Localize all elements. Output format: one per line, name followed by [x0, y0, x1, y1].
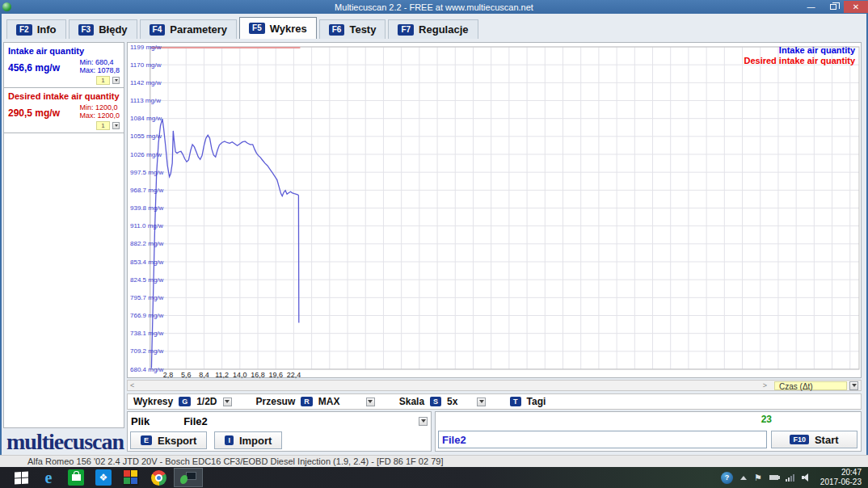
przesuw-dropdown-icon[interactable] — [366, 398, 375, 406]
import-button[interactable]: I Import — [214, 431, 282, 449]
x-tick-label: 22,4 — [287, 371, 301, 379]
y-tick-label: 709.2 mg/w — [130, 348, 163, 355]
multiecuscan-app-icon — [180, 471, 196, 484]
tab-label: Parametery — [170, 23, 227, 36]
y-tick-label: 882.2 mg/w — [130, 241, 163, 247]
tab-label: Regulacje — [419, 23, 468, 36]
start-key-badge: F10 — [790, 435, 809, 444]
chart-scrollbar[interactable]: < > Czas (Δt) — [127, 380, 862, 391]
y-tick-label: 1170 mg/w — [130, 62, 162, 69]
eksport-button[interactable]: E Eksport — [130, 431, 207, 449]
y-tick-label: 766.9 mg/w — [130, 313, 163, 319]
tab-info[interactable]: F2Info — [6, 19, 66, 39]
y-tick-label: 1026 mg/w — [130, 152, 162, 158]
action-center-flag-icon[interactable]: ⚑ — [754, 473, 762, 483]
parameter-minmax: Min: 680,4Max: 1078,8 — [79, 58, 120, 74]
parameter-panel: Intake air quantity456,6 mg/wMin: 680,4M… — [3, 42, 124, 428]
taskbar-clock[interactable]: 20:47 2017-06-23 — [820, 468, 862, 487]
wykresy-label: Wykresy — [133, 396, 173, 407]
channel-select[interactable]: 1 — [96, 121, 110, 130]
tray-expand-chevron-icon[interactable] — [740, 476, 747, 480]
photos-app-icon[interactable] — [117, 467, 145, 488]
chart-area[interactable]: 1199 mg/w1170 mg/w1142 mg/w1113 mg/w1084… — [127, 42, 862, 378]
plik-dropdown-icon[interactable] — [419, 417, 428, 426]
tab-key-badge: F5 — [249, 23, 265, 34]
chrome-icon[interactable] — [145, 467, 172, 488]
tab-regulacje[interactable]: F7Regulacje — [388, 19, 478, 39]
x-axis-dropdown-icon[interactable] — [849, 381, 858, 390]
channel-dropdown-icon[interactable] — [112, 77, 120, 84]
y-tick-label: 1142 mg/w — [130, 80, 162, 86]
parameter-name: Intake air quantity — [8, 46, 120, 56]
legend-item: Desired intake air quantity — [744, 56, 855, 66]
parameter-name: Desired intake air quantity — [8, 91, 120, 101]
taskbar: e ❖ ? ⚑ 20:47 2017-06-23 — [0, 467, 868, 488]
tab-key-badge: F3 — [78, 24, 95, 36]
start-menu-button[interactable] — [7, 467, 35, 488]
tab-błędy[interactable]: F3Błędy — [69, 19, 137, 39]
channel-dropdown-icon[interactable] — [112, 122, 120, 129]
x-tick-label: 8,4 — [199, 371, 209, 379]
dropbox-icon[interactable]: ❖ — [90, 467, 117, 488]
tab-wykres[interactable]: F5Wykres — [239, 17, 317, 39]
wykresy-value[interactable]: 1/2D — [196, 396, 217, 407]
x-tick-label: 19,6 — [268, 371, 283, 379]
y-tick-label: 1055 mg/w — [130, 133, 162, 140]
start-button[interactable]: F10 Start — [771, 431, 857, 448]
tagi-key-badge: T — [510, 397, 521, 406]
help-icon[interactable]: ? — [721, 472, 733, 484]
tagi-toggle[interactable]: Tagi — [527, 396, 546, 407]
wykresy-key-badge: G — [179, 397, 191, 406]
parameter-minmax: Min: 1200,0Max: 1200,0 — [79, 103, 120, 120]
restore-icon — [830, 4, 836, 10]
scroll-right-icon[interactable]: > — [763, 381, 767, 389]
x-tick-label: 11,2 — [215, 371, 229, 379]
skala-label: Skala — [399, 396, 424, 407]
import-key-badge: I — [225, 435, 234, 445]
filename-input[interactable]: File2 — [438, 431, 767, 448]
scroll-left-icon[interactable]: < — [130, 381, 134, 389]
skala-dropdown-icon[interactable] — [477, 398, 486, 406]
y-tick-label: 853.4 mg/w — [130, 259, 163, 266]
wykresy-dropdown-icon[interactable] — [223, 398, 232, 406]
vehicle-info: Alfa Romeo 156 '02 2.4 JTD 20V - Bosch E… — [27, 456, 443, 466]
tab-parametery[interactable]: F4Parametery — [140, 19, 238, 39]
tab-key-badge: F2 — [16, 24, 32, 36]
clock-time: 20:47 — [820, 468, 862, 477]
przesuw-value[interactable]: MAX — [318, 396, 360, 407]
file-box: Plik File2 E Eksport I Import — [127, 411, 432, 452]
multiecuscan-taskbar-button[interactable] — [174, 468, 203, 487]
window-title: Multiecuscan 2.2 - FREE at www.multiecus… — [0, 2, 868, 12]
close-button[interactable]: ✕ — [844, 1, 868, 13]
chart-plot — [128, 43, 861, 377]
plik-file-select[interactable]: File2 — [183, 415, 208, 427]
x-axis-channel-select[interactable]: Czas (Δt) — [774, 381, 847, 390]
tab-bar: F2InfoF3BłędyF4ParameteryF5WykresF6Testy… — [2, 14, 866, 39]
y-tick-label: 795.7 mg/w — [130, 295, 163, 301]
battery-icon[interactable] — [769, 475, 778, 480]
app-icon — [2, 2, 11, 11]
x-tick-label: 2,8 — [163, 371, 174, 379]
tab-testy[interactable]: F6Testy — [319, 19, 386, 39]
y-tick-label: 911.0 mg/w — [130, 223, 163, 229]
parameter-0: Intake air quantity456,6 mg/wMin: 680,4M… — [4, 43, 124, 88]
network-signal-icon[interactable] — [786, 474, 794, 482]
skala-value[interactable]: 5x — [447, 396, 471, 407]
y-tick-label: 939.8 mg/w — [130, 205, 163, 212]
tab-label: Błędy — [99, 23, 127, 36]
channel-select[interactable]: 1 — [96, 76, 110, 85]
internet-explorer-icon[interactable]: e — [35, 467, 62, 488]
y-tick-label: 1199 mg/w — [130, 44, 162, 51]
volume-icon[interactable] — [802, 473, 810, 482]
minimize-button[interactable]: — — [800, 1, 822, 13]
przesuw-key-badge: R — [301, 397, 313, 406]
eksport-key-badge: E — [141, 435, 152, 445]
title-bar: Multiecuscan 2.2 - FREE at www.multiecus… — [0, 0, 868, 14]
import-label: Import — [239, 435, 272, 447]
tab-key-badge: F6 — [329, 24, 345, 36]
x-tick-label: 14,0 — [233, 371, 247, 379]
y-tick-label: 680.4 mg/w — [130, 367, 163, 373]
windows-store-icon[interactable] — [62, 467, 90, 488]
restore-button[interactable] — [822, 1, 844, 13]
record-box: 23 File2 F10 Start — [435, 411, 862, 452]
